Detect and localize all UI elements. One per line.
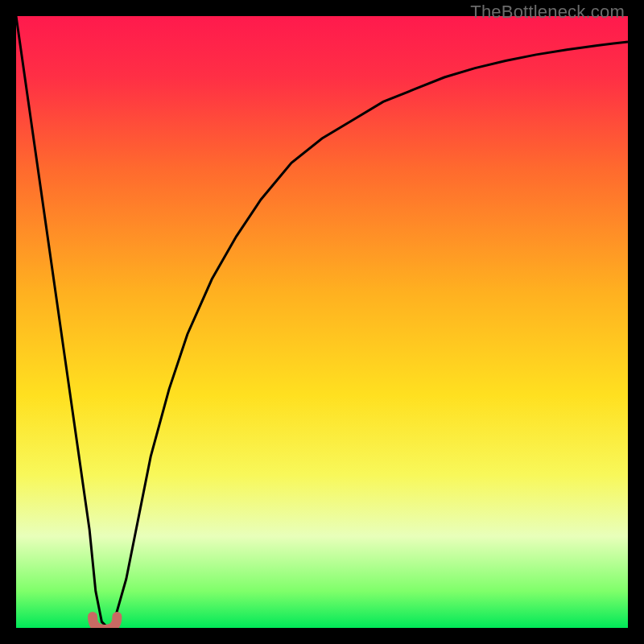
watermark-text: TheBottleneck.com — [470, 2, 625, 23]
gradient-background — [16, 16, 628, 628]
bottleneck-chart — [16, 16, 628, 628]
chart-frame — [16, 16, 628, 628]
